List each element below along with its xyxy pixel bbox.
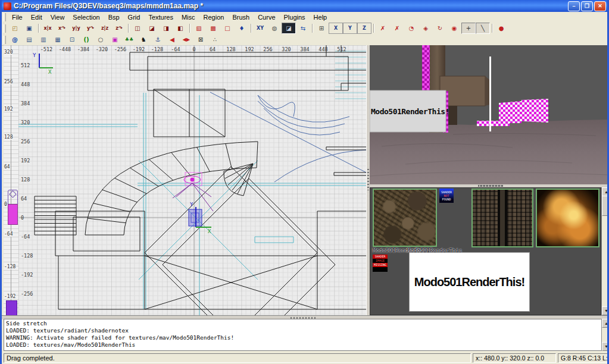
scroll-up-icon[interactable]: ▲ <box>602 319 609 328</box>
svg-text:-128: -128 <box>151 46 163 52</box>
texture-metal-door[interactable] <box>471 189 533 247</box>
scroll-up-icon[interactable]: ▲ <box>602 187 609 196</box>
clipper-button[interactable]: ◔ <box>404 23 419 34</box>
dont-select-model-button[interactable]: ✗ <box>376 23 390 34</box>
missing-line: SHADER <box>373 255 388 259</box>
curve-tool-button[interactable]: @ <box>8 34 22 45</box>
flip-texture-button[interactable]: ◈ <box>419 23 433 34</box>
z-axis-view[interactable]: 320 256 192 128 64 0 -64 -128 -192 <box>4 45 19 315</box>
close-button[interactable]: ✕ <box>594 1 606 11</box>
menu-region[interactable]: Region <box>199 13 229 21</box>
y-view-button[interactable]: Y <box>343 23 357 34</box>
menu-bsp[interactable]: Bsp <box>104 13 124 21</box>
nodraw-tool-button[interactable]: ⊠ <box>193 34 208 45</box>
minimize-button[interactable]: – <box>568 1 580 11</box>
camera-view-mode-button[interactable]: ◪ <box>282 23 296 34</box>
csg-merge-button[interactable]: ▩ <box>206 23 220 34</box>
menu-help[interactable]: Help <box>310 13 332 21</box>
title-bar[interactable]: C:/Program Files/Q3DEV/baseq3/maps/mmdm1… <box>2 0 607 12</box>
svg-text:192: 192 <box>245 46 254 52</box>
restore-button[interactable]: ❐ <box>581 1 593 11</box>
texture-fire-clouds[interactable] <box>536 189 599 247</box>
menu-curve[interactable]: Curve <box>254 13 279 21</box>
hollow-button[interactable]: □ <box>220 23 235 34</box>
menu-grip[interactable] <box>3 13 6 21</box>
csg-subtract-button[interactable]: ▧ <box>192 23 206 34</box>
free-rotation-button[interactable]: ◉ <box>447 23 461 34</box>
svg-text:128: 128 <box>21 177 30 183</box>
texture-shader-image-missing[interactable]: SHADER IMAGE MISSING <box>373 255 388 272</box>
foliage-tool-button[interactable]: ♣♣ <box>122 34 136 45</box>
texture-scrollbar[interactable]: ▲ ▼ <box>601 187 609 315</box>
textured-view-button[interactable]: ◍ <box>267 23 282 34</box>
z-view-button[interactable]: Z <box>357 23 371 34</box>
open-button[interactable]: ◰ <box>8 23 22 34</box>
entity-window-button[interactable]: ⊡ <box>65 34 79 45</box>
scroll-down-icon[interactable]: ▼ <box>602 342 609 351</box>
toolbar2-grip[interactable] <box>3 36 6 44</box>
svg-text:64: 64 <box>210 46 216 52</box>
menu-brush[interactable]: Brush <box>228 13 254 21</box>
z-entity-outline[interactable] <box>8 190 18 205</box>
xz-window-button[interactable]: ▥ <box>36 34 51 45</box>
circle-tool-button[interactable]: ○ <box>93 34 108 45</box>
rotate-y-button[interactable]: y↷ <box>83 23 98 34</box>
toolbar1-grip[interactable] <box>3 24 6 33</box>
anchor-tool-button[interactable]: ⚓ <box>151 34 165 45</box>
menu-grid[interactable]: Grid <box>124 13 145 21</box>
menu-edit[interactable]: Edit <box>27 13 46 21</box>
flip-y-button[interactable]: y|y <box>69 23 83 34</box>
flip-z-button[interactable]: z|z <box>98 23 112 34</box>
texture-modo501[interactable]: Modo501RenderThis! <box>409 252 530 312</box>
menu-misc[interactable]: Misc <box>177 13 199 21</box>
menu-plugins[interactable]: Plugins <box>280 13 310 21</box>
menu-view[interactable]: View <box>46 13 69 21</box>
scrollbar-thumb[interactable] <box>602 196 609 216</box>
cycle-layouts-button[interactable]: ⇆ <box>296 23 310 34</box>
light-tool-button[interactable]: ▣ <box>108 34 122 45</box>
make-detail-button[interactable]: ♦ <box>235 23 249 34</box>
show-clipped-button[interactable]: ● <box>494 23 508 34</box>
menu-file[interactable]: File <box>8 13 27 21</box>
yz-window-button[interactable]: ▦ <box>51 34 65 45</box>
texture-browser[interactable]: SHADER NOT FOUND Modo501RenderTh Modo501… <box>370 187 601 315</box>
3d-box-side <box>485 76 489 106</box>
menu-textures[interactable]: Textures <box>144 13 177 21</box>
scroll-down-icon[interactable]: ▼ <box>602 306 609 315</box>
rotate-z-button[interactable]: z↷ <box>112 23 126 34</box>
flip-x-button[interactable]: x|x <box>40 23 55 34</box>
2d-map-view[interactable]: Y X Y X -512 -448 -384 -320 -256 -192 -1… <box>18 45 366 315</box>
xy-window-button[interactable]: ▤ <box>22 34 36 45</box>
select-touching-button[interactable]: ◪ <box>145 23 159 34</box>
edge-mode-button[interactable]: ╲ <box>476 23 490 34</box>
vertex-mode-button[interactable]: + <box>461 23 476 34</box>
3d-camera-view[interactable]: Modo501RenderThis! <box>370 45 609 184</box>
z-ruler-label: 320 <box>4 49 13 55</box>
select-partial-tall-button[interactable]: ◨ <box>159 23 173 34</box>
x-view-button[interactable]: X <box>329 23 343 34</box>
texture-shader-not-found[interactable]: SHADER NOT FOUND <box>439 189 454 203</box>
sound-both-button[interactable]: ◀▶ <box>179 34 193 45</box>
rotate-texture-button[interactable]: ↻ <box>433 23 447 34</box>
popup-windows-button[interactable]: ⊞ <box>314 23 329 34</box>
select-inside-button[interactable]: ◧ <box>173 23 188 34</box>
svg-text:320: 320 <box>21 120 30 125</box>
texture-panel-handle[interactable] <box>478 185 504 187</box>
dots-tool-button[interactable]: ∴ <box>208 34 222 45</box>
z-brush-purple[interactable] <box>6 300 17 316</box>
svg-text:512: 512 <box>337 46 346 52</box>
select-complete-tall-button[interactable]: ◫ <box>130 23 145 34</box>
console-scrollbar[interactable]: ▲ ▼ <box>601 319 609 351</box>
model-tool-button[interactable]: ♞ <box>136 34 151 45</box>
sound-left-button[interactable]: ◀ <box>165 34 179 45</box>
z-selected-brush[interactable] <box>8 204 18 225</box>
brackets-tool-button[interactable]: () <box>79 34 93 45</box>
texture-modo501-label: Modo501RenderThis! <box>414 275 524 289</box>
change-views-button[interactable]: XY <box>253 23 267 34</box>
rotate-x-button[interactable]: x↷ <box>55 23 69 34</box>
save-button[interactable]: ▣ <box>22 23 36 34</box>
console-log[interactable]: Side stretch LOADED: textures/radiant/sh… <box>4 319 601 351</box>
menu-selection[interactable]: Selection <box>68 13 104 21</box>
dont-select-curve-button[interactable]: ✗ <box>390 23 404 34</box>
texture-dirt[interactable] <box>373 189 437 247</box>
